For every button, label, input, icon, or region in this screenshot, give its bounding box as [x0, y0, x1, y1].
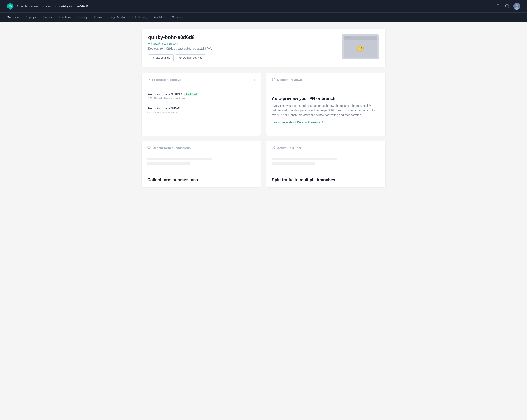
promo-link[interactable]: Learn more about Deploy Previews ↗ — [272, 121, 380, 124]
site-url-row: https://haramizu.com — [148, 42, 212, 45]
published-badge: Published — [184, 93, 198, 96]
preview-face: 🙂 — [356, 45, 364, 53]
github-link[interactable]: GitHub — [166, 47, 175, 50]
nav-analytics[interactable]: Analytics — [150, 13, 169, 22]
deploy-info-text: Deploys from GitHub . Last published at … — [148, 47, 212, 50]
split-test-title: Active Split Test — [277, 146, 301, 150]
deploy-item[interactable]: Production: main@HEAD Oct 2: No deploy m… — [147, 104, 255, 117]
header-chevron-icon: › — [254, 78, 255, 82]
svg-point-13 — [272, 80, 273, 81]
deploy-item-title: Production: main@fb184b6 Published — [147, 93, 198, 96]
topbar-actions — [495, 3, 520, 10]
nav-functions[interactable]: Functions — [55, 13, 75, 22]
split-test-header: Active Split Test — [272, 146, 380, 153]
production-deploys-header: ⊸ Production deploys › — [147, 78, 255, 85]
deploy-item-title: Production: main@HEAD — [147, 107, 180, 110]
topbar: Shinichi Haramizu's team › quirky-bohr-e… — [0, 0, 527, 12]
form-submissions-card: Recent form submissions Collect form sub… — [142, 141, 261, 187]
envelope-icon — [147, 146, 151, 150]
svg-marker-0 — [8, 3, 13, 10]
site-preview: 🙂 — [341, 34, 379, 59]
deploy-item-chevron: › — [254, 109, 255, 112]
promo-desc: Every time you open a pull request, or p… — [272, 104, 380, 117]
production-deploys-title: Production deploys — [152, 78, 181, 82]
skeleton-line — [147, 162, 190, 165]
subnav: Overview Deploys Plugins Functions Ident… — [0, 12, 527, 22]
domain-settings-button[interactable]: ⚙ Domain settings — [176, 54, 206, 61]
deploy-item-chevron: › — [254, 95, 255, 98]
skeleton-line — [272, 158, 337, 160]
deploy-previews-title: Deploy Previews — [277, 78, 302, 82]
team-name[interactable]: Shinichi Haramizu's team — [17, 5, 52, 8]
avatar[interactable] — [513, 3, 520, 10]
breadcrumb-separator: › — [55, 4, 56, 8]
site-card-info: quirky-bohr-e0d6d8 https://haramizu.com … — [148, 34, 212, 61]
preview-window: 🙂 — [344, 36, 377, 58]
nav-large-media[interactable]: Large Media — [105, 13, 128, 22]
main-content: quirky-bohr-e0d6d8 https://haramizu.com … — [135, 22, 392, 199]
deploy-items-list: Production: main@fb184b6 Published 2:37 … — [147, 89, 255, 117]
nav-split-testing[interactable]: Split Testing — [128, 13, 150, 22]
netlify-logo[interactable] — [7, 2, 14, 10]
site-url-link[interactable]: https://haramizu.com — [151, 42, 178, 45]
preview-body: 🙂 — [344, 40, 377, 58]
nav-forms[interactable]: Forms — [91, 13, 106, 22]
split-test-content — [272, 158, 380, 174]
svg-point-9 — [516, 4, 518, 6]
site-settings-button[interactable]: ⚙ Site settings — [148, 54, 174, 61]
nav-overview[interactable]: Overview — [7, 13, 22, 22]
form-submissions-header: Recent form submissions — [147, 146, 255, 153]
form-submissions-content — [147, 158, 255, 174]
preview-dot-3 — [349, 37, 350, 38]
branch-icon — [272, 78, 275, 82]
form-submissions-title: Recent form submissions — [153, 146, 191, 150]
promo-title: Auto-preview your PR or branch — [272, 96, 380, 101]
deploy-item-info: Production: main@fb184b6 Published 2:37 … — [147, 93, 198, 100]
deploy-item-sub: Oct 2: No deploy message — [147, 111, 180, 114]
deploy-previews-header: Deploy Previews — [272, 78, 380, 85]
site-title: quirky-bohr-e0d6d8 — [148, 34, 212, 40]
preview-dot-1 — [345, 37, 346, 38]
deploy-branch-icon: ⊸ — [147, 78, 150, 82]
nav-deploys[interactable]: Deploys — [22, 13, 39, 22]
split-test-card: Active Split Test Split traffic to multi… — [266, 141, 385, 187]
gear-icon: ⚙ — [152, 56, 154, 59]
split-icon — [272, 146, 275, 150]
status-icon[interactable] — [504, 3, 510, 9]
production-deploys-card: ⊸ Production deploys › Production: main@… — [142, 73, 261, 136]
svg-point-4 — [11, 6, 12, 7]
svg-rect-3 — [9, 7, 11, 7]
nav-settings[interactable]: Settings — [169, 13, 186, 22]
site-card: quirky-bohr-e0d6d8 https://haramizu.com … — [142, 29, 385, 67]
nav-identity[interactable]: Identity — [75, 13, 91, 22]
row-one: ⊸ Production deploys › Production: main@… — [142, 73, 385, 136]
deploy-item-info: Production: main@HEAD Oct 2: No deploy m… — [147, 107, 180, 114]
preview-titlebar — [344, 36, 377, 40]
deploy-item-sub: 2:37 PM: add basic content tree — [147, 97, 198, 100]
deploy-previews-content: Auto-preview your PR or branch Every tim… — [272, 89, 380, 131]
skeleton-line — [272, 162, 315, 165]
row-two: Recent form submissions Collect form sub… — [142, 141, 385, 187]
split-test-bottom-title: Split traffic to multiple branches — [272, 178, 380, 182]
site-name[interactable]: quirky-bohr-e0d6d8 — [59, 5, 88, 8]
site-card-actions: ⚙ Site settings ⚙ Domain settings — [148, 54, 212, 61]
form-submissions-bottom-title: Collect form submissions — [147, 178, 255, 182]
status-dot — [148, 43, 150, 44]
nav-plugins[interactable]: Plugins — [39, 13, 55, 22]
preview-dot-2 — [347, 37, 348, 38]
skeleton-line — [147, 158, 212, 160]
notifications-icon[interactable] — [495, 3, 501, 9]
gear-icon-2: ⚙ — [179, 56, 182, 59]
svg-rect-2 — [9, 5, 12, 6]
deploy-previews-card: Deploy Previews Auto-preview your PR or … — [266, 73, 385, 136]
svg-point-12 — [274, 78, 275, 79]
svg-point-10 — [515, 7, 519, 10]
deploy-item[interactable]: Production: main@fb184b6 Published 2:37 … — [147, 89, 255, 104]
